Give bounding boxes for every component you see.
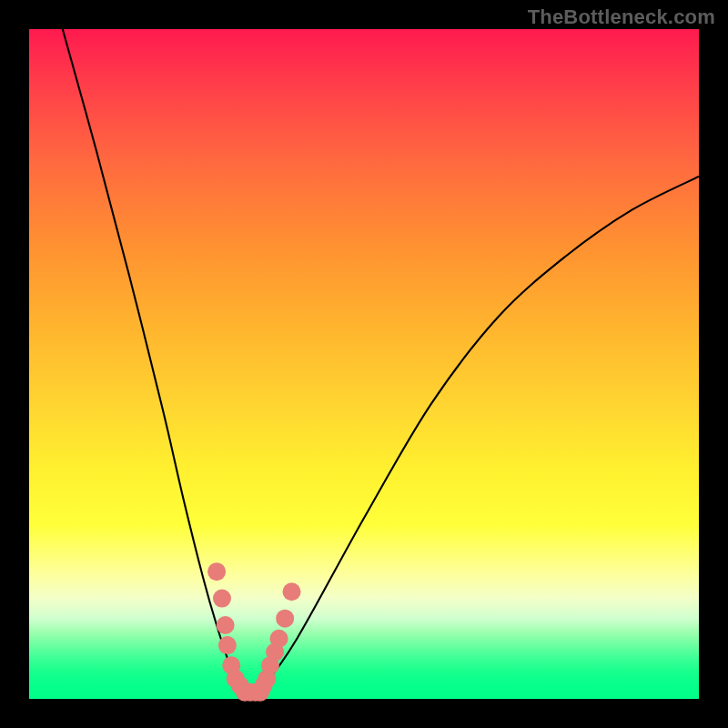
marker-dot (276, 610, 294, 628)
marker-dot (213, 590, 231, 608)
plot-area (29, 29, 699, 699)
marker-dot (270, 630, 288, 648)
marker-dot (207, 562, 226, 581)
marker-dot (283, 582, 301, 601)
chart-frame: TheBottleneck.com (0, 0, 728, 728)
curve-svg (29, 29, 699, 699)
marker-dot (217, 616, 235, 634)
marker-dot (218, 636, 237, 654)
watermark-label: TheBottleneck.com (528, 5, 715, 29)
marker-group (207, 562, 300, 701)
valley-curve (63, 29, 699, 693)
